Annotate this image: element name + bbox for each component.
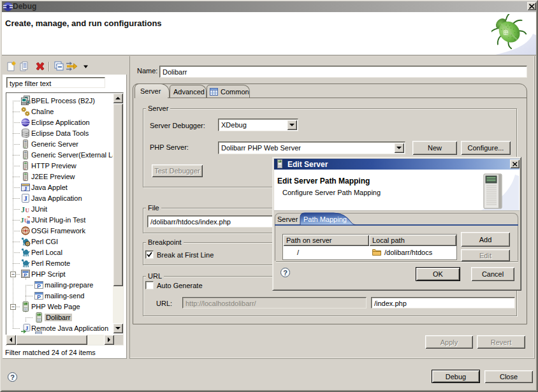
svg-text:U: U — [25, 207, 30, 214]
svg-text:P: P — [37, 294, 41, 300]
svg-text:J: J — [25, 325, 29, 331]
svg-text:Path Mapping: Path Mapping — [303, 215, 347, 223]
svg-text:J: J — [24, 185, 27, 192]
svg-text:P: P — [37, 283, 41, 289]
svg-text:P: P — [24, 272, 27, 278]
svg-text:J: J — [21, 205, 25, 214]
svg-text:J: J — [24, 194, 27, 202]
